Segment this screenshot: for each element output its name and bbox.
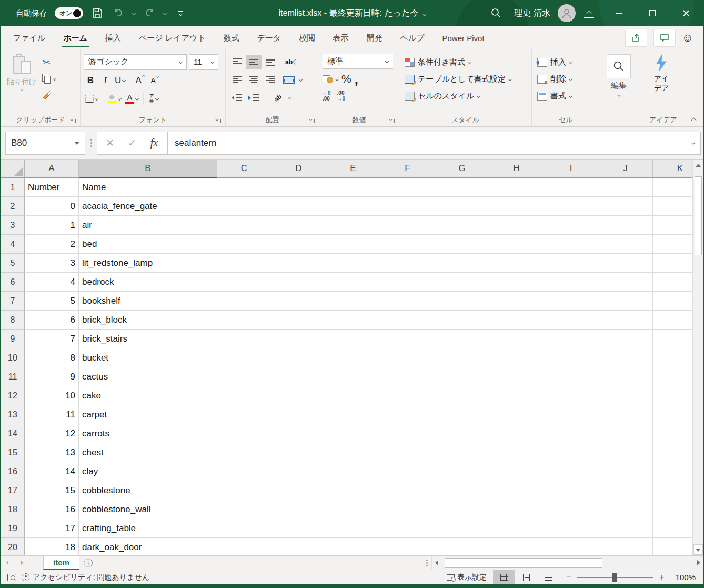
cell-F5[interactable]	[380, 254, 435, 273]
number-dialog-launcher[interactable]	[389, 118, 395, 123]
cell-C8[interactable]	[217, 311, 271, 330]
cell-H15[interactable]	[489, 443, 544, 462]
cell-E1[interactable]	[326, 178, 380, 197]
decrease-decimal-button[interactable]: .00→0	[337, 91, 346, 103]
scroll-up-button[interactable]	[693, 160, 703, 170]
cell-E20[interactable]	[326, 538, 380, 555]
cell-G7[interactable]	[435, 292, 489, 311]
cell-D7[interactable]	[271, 292, 326, 311]
cell-C9[interactable]	[217, 330, 271, 348]
cell-I16[interactable]	[544, 462, 598, 481]
horizontal-scrollbar-thumb[interactable]	[445, 558, 602, 568]
cell-E9[interactable]	[326, 330, 380, 348]
cell-B13[interactable]: carpet	[79, 405, 217, 424]
cell-A5[interactable]: 3	[25, 254, 79, 273]
tab-ページ レイアウト[interactable]: ページ レイアウト	[130, 26, 215, 49]
cell-K3[interactable]	[653, 216, 692, 235]
cell-F19[interactable]	[380, 519, 435, 538]
cell-C18[interactable]	[217, 500, 271, 519]
delete-cells-button[interactable]: ✕ 削除	[535, 71, 574, 87]
tabbar-resize-handle[interactable]	[422, 556, 431, 570]
cell-C13[interactable]	[217, 405, 271, 424]
enter-button[interactable]: ✓	[122, 134, 142, 153]
cell-C5[interactable]	[217, 254, 271, 273]
cell-G4[interactable]	[435, 235, 489, 254]
cell-F16[interactable]	[380, 462, 435, 481]
align-top-button[interactable]	[229, 55, 245, 69]
cell-E18[interactable]	[326, 500, 380, 519]
cell-J19[interactable]	[598, 519, 653, 538]
cell-I20[interactable]	[544, 538, 598, 555]
cell-G14[interactable]	[435, 424, 489, 443]
cell-B19[interactable]: crafting_table	[79, 519, 217, 538]
save-button[interactable]	[90, 6, 104, 20]
conditional-formatting-button[interactable]: 条件付き書式	[403, 54, 514, 70]
row-header-9[interactable]: 9	[1, 330, 25, 348]
cell-J10[interactable]	[598, 348, 653, 367]
cell-K5[interactable]	[653, 254, 692, 273]
cell-A9[interactable]: 7	[25, 330, 79, 348]
cell-F17[interactable]	[380, 481, 435, 500]
cell-F11[interactable]	[380, 367, 435, 386]
cell-G3[interactable]	[435, 216, 489, 235]
cell-I17[interactable]	[544, 481, 598, 500]
cell-B16[interactable]: clay	[79, 462, 217, 481]
cell-K17[interactable]	[653, 481, 692, 500]
cell-D6[interactable]	[271, 273, 326, 292]
comma-style-button[interactable]: ,	[355, 73, 358, 85]
zoom-level[interactable]: 100%	[670, 573, 696, 582]
cell-I8[interactable]	[544, 311, 598, 330]
cell-D16[interactable]	[271, 462, 326, 481]
cell-I11[interactable]	[544, 367, 598, 386]
cell-D20[interactable]	[271, 538, 326, 555]
cell-B4[interactable]: bed	[79, 235, 217, 254]
cell-F2[interactable]	[380, 197, 435, 216]
cell-F14[interactable]	[380, 424, 435, 443]
cell-B2[interactable]: acacia_fence_gate	[79, 197, 217, 216]
cell-H10[interactable]	[489, 348, 544, 367]
cell-K9[interactable]	[653, 330, 692, 348]
column-header-G[interactable]: G	[435, 160, 489, 178]
normal-view-button[interactable]	[493, 570, 515, 584]
cell-J8[interactable]	[598, 311, 653, 330]
cell-B6[interactable]: bedrock	[79, 273, 217, 292]
column-header-B[interactable]: B	[79, 160, 217, 178]
ideas-button[interactable]: アイ デア	[642, 52, 680, 114]
row-header-5[interactable]: 5	[1, 254, 25, 273]
cell-D18[interactable]	[271, 500, 326, 519]
close-button[interactable]	[669, 0, 703, 26]
cell-C3[interactable]	[217, 216, 271, 235]
cell-D8[interactable]	[271, 311, 326, 330]
cell-E6[interactable]	[326, 273, 380, 292]
align-left-button[interactable]	[229, 73, 245, 87]
cell-D1[interactable]	[271, 178, 326, 197]
cell-K14[interactable]	[653, 424, 692, 443]
cell-G9[interactable]	[435, 330, 489, 348]
cell-H17[interactable]	[489, 481, 544, 500]
zoom-out-button[interactable]: −	[566, 572, 572, 583]
cell-C4[interactable]	[217, 235, 271, 254]
collapse-ribbon-button[interactable]	[691, 118, 697, 123]
row-header-2[interactable]: 2	[1, 197, 25, 216]
cell-B17[interactable]: cobblestone	[79, 481, 217, 500]
title-menu-chevron[interactable]	[422, 12, 426, 16]
cell-B18[interactable]: cobblestone_wall	[79, 500, 217, 519]
row-header-17[interactable]: 17	[1, 481, 25, 500]
cell-C14[interactable]	[217, 424, 271, 443]
cell-C10[interactable]	[217, 348, 271, 367]
column-header-H[interactable]: H	[489, 160, 544, 178]
cell-G18[interactable]	[435, 500, 489, 519]
tab-数式[interactable]: 数式	[215, 26, 248, 49]
column-header-A[interactable]: A	[25, 160, 79, 178]
font-size-select[interactable]: 11	[189, 54, 218, 70]
row-header-12[interactable]: 12	[1, 386, 25, 405]
cell-styles-button[interactable]: セルのスタイル	[403, 88, 514, 104]
cell-B10[interactable]: bucket	[79, 348, 217, 367]
font-dialog-launcher[interactable]	[216, 118, 221, 123]
cell-F9[interactable]	[380, 330, 435, 348]
cell-E14[interactable]	[326, 424, 380, 443]
row-header-11[interactable]: 11	[1, 367, 25, 386]
row-header-3[interactable]: 3	[1, 216, 25, 235]
cell-K12[interactable]	[653, 386, 692, 405]
cell-A20[interactable]: 18	[25, 538, 79, 555]
